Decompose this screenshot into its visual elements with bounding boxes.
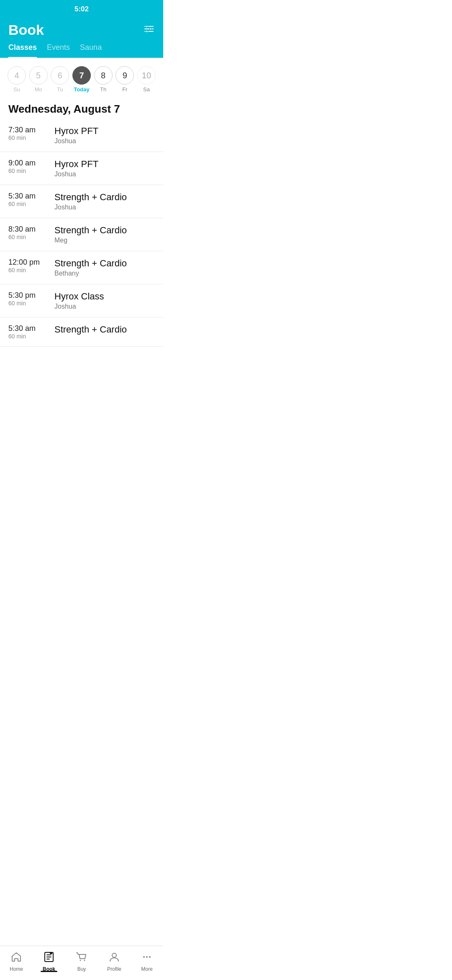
calendar-day-8[interactable]: 8 Th [93, 66, 113, 93]
tab-bar: Classes Events Sauna [0, 38, 163, 58]
status-time: 5:02 [74, 5, 89, 13]
class-time-4: 8:30 am 60 min [8, 225, 54, 240]
calendar-day-7-today[interactable]: 7 Today [72, 66, 92, 93]
class-time-1: 7:30 am 60 min [8, 126, 54, 141]
class-time-7: 5:30 am 60 min [8, 324, 54, 340]
calendar-strip: 4 Su 5 Mo 6 Tu 7 Today 8 Th 9 Fr 10 Sa [0, 58, 163, 96]
page-title: Book [8, 22, 44, 38]
class-time-6: 5:30 pm 60 min [8, 291, 54, 307]
calendar-day-9[interactable]: 9 Fr [115, 66, 135, 93]
class-info-2: Hyrox PFT Joshua [54, 159, 155, 178]
tab-sauna[interactable]: Sauna [80, 43, 102, 58]
class-item-4[interactable]: 8:30 am 60 min Strength + Cardio Meg [0, 218, 163, 251]
class-item-2[interactable]: 9:00 am 60 min Hyrox PFT Joshua [0, 152, 163, 185]
svg-point-5 [146, 30, 148, 32]
tab-events[interactable]: Events [47, 43, 70, 58]
class-info-7: Strength + Cardio [54, 324, 155, 336]
class-info-4: Strength + Cardio Meg [54, 225, 155, 244]
calendar-day-4[interactable]: 4 Su [7, 66, 27, 93]
calendar-day-10[interactable]: 10 Sa [136, 66, 157, 93]
class-info-6: Hyrox Class Joshua [54, 291, 155, 310]
svg-point-4 [150, 28, 152, 30]
filter-icon[interactable] [143, 23, 155, 37]
tab-classes[interactable]: Classes [8, 43, 37, 58]
calendar-day-5[interactable]: 5 Mo [28, 66, 49, 93]
class-time-3: 5:30 am 60 min [8, 192, 54, 207]
class-info-1: Hyrox PFT Joshua [54, 126, 155, 145]
header: Book [0, 18, 163, 38]
class-time-5: 12:00 pm 60 min [8, 258, 54, 273]
class-list: 7:30 am 60 min Hyrox PFT Joshua 9:00 am … [0, 119, 163, 389]
date-heading: Wednesday, August 7 [0, 96, 163, 119]
class-info-3: Strength + Cardio Joshua [54, 192, 155, 211]
class-item-7[interactable]: 5:30 am 60 min Strength + Cardio [0, 317, 163, 347]
class-item-1[interactable]: 7:30 am 60 min Hyrox PFT Joshua [0, 119, 163, 152]
class-item-5[interactable]: 12:00 pm 60 min Strength + Cardio Bethan… [0, 251, 163, 284]
calendar-day-6[interactable]: 6 Tu [50, 66, 70, 93]
status-bar: 5:02 [0, 0, 163, 18]
class-item-3[interactable]: 5:30 am 60 min Strength + Cardio Joshua [0, 185, 163, 218]
class-time-2: 9:00 am 60 min [8, 159, 54, 174]
class-item-6[interactable]: 5:30 pm 60 min Hyrox Class Joshua [0, 284, 163, 317]
svg-point-3 [146, 25, 148, 27]
class-info-5: Strength + Cardio Bethany [54, 258, 155, 277]
